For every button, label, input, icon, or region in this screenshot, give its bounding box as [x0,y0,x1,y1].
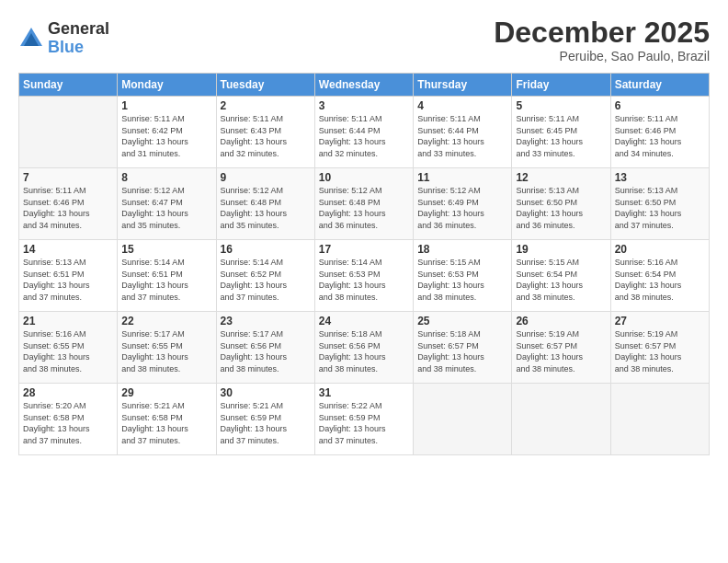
calendar-cell: 17Sunrise: 5:14 AM Sunset: 6:53 PM Dayli… [314,240,413,312]
day-info: Sunrise: 5:12 AM Sunset: 6:47 PM Dayligh… [121,186,188,230]
calendar-cell: 16Sunrise: 5:14 AM Sunset: 6:52 PM Dayli… [216,240,314,312]
logo-general: General [48,20,109,39]
calendar-week-1: 1Sunrise: 5:11 AM Sunset: 6:42 PM Daylig… [19,97,710,168]
calendar-cell: 6Sunrise: 5:11 AM Sunset: 6:46 PM Daylig… [610,97,709,168]
calendar-table: SundayMondayTuesdayWednesdayThursdayFrid… [18,73,710,455]
calendar-week-2: 7Sunrise: 5:11 AM Sunset: 6:46 PM Daylig… [19,168,710,240]
day-info: Sunrise: 5:19 AM Sunset: 6:57 PM Dayligh… [615,329,682,373]
day-number: 26 [516,315,606,327]
day-number: 7 [23,171,113,184]
logo-icon [18,26,44,52]
calendar-cell: 21Sunrise: 5:16 AM Sunset: 6:55 PM Dayli… [19,312,118,384]
day-info: Sunrise: 5:22 AM Sunset: 6:59 PM Dayligh… [319,401,386,445]
day-number: 15 [121,243,211,256]
day-number: 20 [615,243,705,256]
calendar-cell: 12Sunrise: 5:13 AM Sunset: 6:50 PM Dayli… [512,168,610,240]
day-number: 14 [23,243,113,256]
calendar-cell: 27Sunrise: 5:19 AM Sunset: 6:57 PM Dayli… [610,312,709,384]
day-info: Sunrise: 5:13 AM Sunset: 6:50 PM Dayligh… [615,186,682,230]
day-info: Sunrise: 5:12 AM Sunset: 6:48 PM Dayligh… [221,186,288,230]
day-number: 12 [516,171,606,184]
day-info: Sunrise: 5:14 AM Sunset: 6:53 PM Dayligh… [319,258,386,302]
day-info: Sunrise: 5:16 AM Sunset: 6:55 PM Dayligh… [23,329,90,373]
location-subtitle: Peruibe, Sao Paulo, Brazil [494,49,710,63]
calendar-week-4: 21Sunrise: 5:16 AM Sunset: 6:55 PM Dayli… [19,312,710,384]
logo-blue: Blue [48,39,109,57]
day-info: Sunrise: 5:17 AM Sunset: 6:55 PM Dayligh… [121,329,188,373]
calendar-week-3: 14Sunrise: 5:13 AM Sunset: 6:51 PM Dayli… [19,240,710,312]
day-number: 18 [417,243,507,256]
calendar-cell: 8Sunrise: 5:12 AM Sunset: 6:47 PM Daylig… [118,168,216,240]
calendar-cell: 18Sunrise: 5:15 AM Sunset: 6:53 PM Dayli… [414,240,512,312]
day-number: 1 [121,99,211,112]
day-number: 27 [615,315,705,327]
day-number: 29 [121,386,211,399]
day-number: 19 [516,243,606,256]
day-info: Sunrise: 5:12 AM Sunset: 6:48 PM Dayligh… [319,186,386,230]
day-info: Sunrise: 5:11 AM Sunset: 6:45 PM Dayligh… [516,114,583,158]
day-info: Sunrise: 5:14 AM Sunset: 6:52 PM Dayligh… [221,258,288,302]
day-number: 28 [23,386,113,399]
day-number: 17 [319,243,409,256]
calendar-cell: 7Sunrise: 5:11 AM Sunset: 6:46 PM Daylig… [19,168,118,240]
day-number: 25 [417,315,507,327]
day-info: Sunrise: 5:20 AM Sunset: 6:58 PM Dayligh… [23,401,90,445]
day-info: Sunrise: 5:21 AM Sunset: 6:58 PM Dayligh… [121,401,188,445]
logo: General Blue [18,20,109,57]
calendar-cell: 2Sunrise: 5:11 AM Sunset: 6:43 PM Daylig… [216,97,314,168]
weekday-header-friday: Friday [512,74,610,97]
day-info: Sunrise: 5:18 AM Sunset: 6:57 PM Dayligh… [417,329,484,373]
calendar-cell: 9Sunrise: 5:12 AM Sunset: 6:48 PM Daylig… [216,168,314,240]
day-info: Sunrise: 5:15 AM Sunset: 6:53 PM Dayligh… [417,258,484,302]
day-info: Sunrise: 5:15 AM Sunset: 6:54 PM Dayligh… [516,258,583,302]
calendar-cell: 15Sunrise: 5:14 AM Sunset: 6:51 PM Dayli… [118,240,216,312]
weekday-header-wednesday: Wednesday [314,74,413,97]
day-number: 10 [319,171,409,184]
calendar-cell [414,384,512,455]
calendar-cell: 24Sunrise: 5:18 AM Sunset: 6:56 PM Dayli… [314,312,413,384]
calendar-cell: 28Sunrise: 5:20 AM Sunset: 6:58 PM Dayli… [19,384,118,455]
day-number: 9 [221,171,311,184]
day-number: 31 [319,386,409,399]
calendar-cell: 4Sunrise: 5:11 AM Sunset: 6:44 PM Daylig… [414,97,512,168]
calendar-week-5: 28Sunrise: 5:20 AM Sunset: 6:58 PM Dayli… [19,384,710,455]
day-number: 5 [516,99,606,112]
day-number: 22 [121,315,211,327]
day-info: Sunrise: 5:12 AM Sunset: 6:49 PM Dayligh… [417,186,484,230]
day-number: 4 [417,99,507,112]
calendar-cell: 26Sunrise: 5:19 AM Sunset: 6:57 PM Dayli… [512,312,610,384]
weekday-header-saturday: Saturday [610,74,709,97]
day-number: 16 [221,243,311,256]
logo-text: General Blue [48,20,109,57]
day-number: 3 [319,99,409,112]
day-number: 2 [221,99,311,112]
day-info: Sunrise: 5:11 AM Sunset: 6:46 PM Dayligh… [23,186,90,230]
weekday-header-tuesday: Tuesday [216,74,314,97]
calendar-cell: 5Sunrise: 5:11 AM Sunset: 6:45 PM Daylig… [512,97,610,168]
calendar-cell: 30Sunrise: 5:21 AM Sunset: 6:59 PM Dayli… [216,384,314,455]
calendar-cell: 20Sunrise: 5:16 AM Sunset: 6:54 PM Dayli… [610,240,709,312]
day-number: 30 [221,386,311,399]
day-number: 23 [221,315,311,327]
day-info: Sunrise: 5:13 AM Sunset: 6:50 PM Dayligh… [516,186,583,230]
day-info: Sunrise: 5:11 AM Sunset: 6:44 PM Dayligh… [417,114,484,158]
day-info: Sunrise: 5:11 AM Sunset: 6:44 PM Dayligh… [319,114,386,158]
day-info: Sunrise: 5:19 AM Sunset: 6:57 PM Dayligh… [516,329,583,373]
day-number: 21 [23,315,113,327]
calendar-cell: 31Sunrise: 5:22 AM Sunset: 6:59 PM Dayli… [314,384,413,455]
day-number: 24 [319,315,409,327]
calendar-cell: 10Sunrise: 5:12 AM Sunset: 6:48 PM Dayli… [314,168,413,240]
calendar-page: General Blue December 2025 Peruibe, Sao … [0,0,728,563]
calendar-cell [512,384,610,455]
day-info: Sunrise: 5:11 AM Sunset: 6:43 PM Dayligh… [221,114,288,158]
calendar-cell: 25Sunrise: 5:18 AM Sunset: 6:57 PM Dayli… [414,312,512,384]
day-info: Sunrise: 5:16 AM Sunset: 6:54 PM Dayligh… [615,258,682,302]
calendar-cell: 14Sunrise: 5:13 AM Sunset: 6:51 PM Dayli… [19,240,118,312]
day-info: Sunrise: 5:11 AM Sunset: 6:42 PM Dayligh… [121,114,188,158]
day-info: Sunrise: 5:14 AM Sunset: 6:51 PM Dayligh… [121,258,188,302]
header: General Blue December 2025 Peruibe, Sao … [18,17,710,63]
calendar-cell: 23Sunrise: 5:17 AM Sunset: 6:56 PM Dayli… [216,312,314,384]
calendar-cell [610,384,709,455]
day-number: 6 [615,99,705,112]
month-title: December 2025 [494,17,710,49]
